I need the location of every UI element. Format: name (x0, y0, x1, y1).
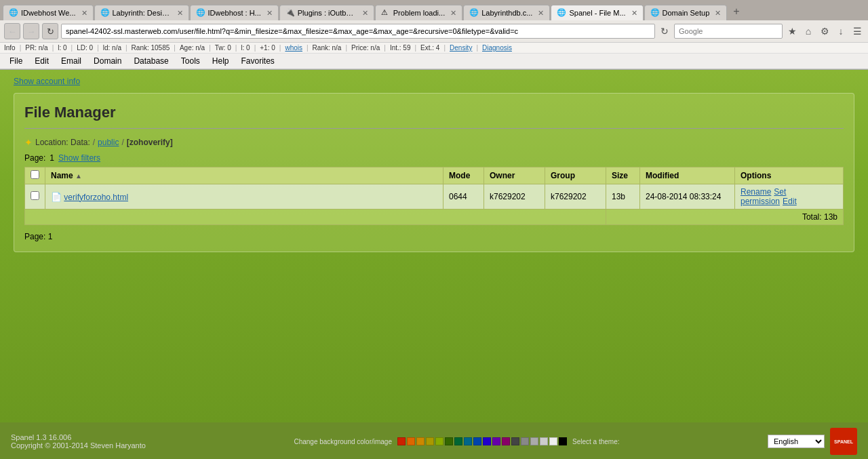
menu-edit[interactable]: Edit (29, 55, 54, 67)
color-swatch[interactable] (492, 437, 500, 445)
color-swatches (397, 437, 567, 445)
ext-links2: ld: n/a (103, 44, 121, 52)
option-edit[interactable]: Edit (783, 197, 797, 206)
menu-domain[interactable]: Domain (88, 55, 127, 67)
change-bg-label[interactable]: Change background color/image (294, 438, 392, 445)
color-swatch[interactable] (540, 437, 548, 445)
color-swatch[interactable] (464, 437, 472, 445)
ext-age: Age: n/a (180, 44, 205, 52)
breadcrumb-public-link[interactable]: public (98, 138, 119, 147)
menu-database[interactable]: Database (128, 55, 174, 67)
page-bottom: Page: 1 (24, 232, 844, 241)
menu-favorites[interactable]: Favorites (235, 55, 279, 67)
tab-close-1[interactable]: ✕ (81, 9, 87, 18)
row-options: RenameSet permissionEdit (735, 184, 844, 209)
option-rename[interactable]: Rename (741, 187, 771, 197)
refresh-button[interactable]: ↻ (42, 23, 58, 39)
row-owner: k7629202 (484, 184, 545, 209)
tab-label-4: Plugins : iOutboun... (298, 9, 357, 17)
forward-button[interactable]: → (23, 23, 39, 39)
new-tab-button[interactable]: + (728, 3, 745, 20)
tab-close-6[interactable]: ✕ (538, 9, 544, 18)
address-bar[interactable] (61, 24, 655, 39)
color-swatch[interactable] (511, 437, 519, 445)
ext-whois[interactable]: whois (285, 44, 302, 52)
color-swatch[interactable] (521, 437, 529, 445)
tab-close-7[interactable]: ✕ (631, 9, 637, 18)
menu-file[interactable]: File (4, 55, 28, 67)
color-swatch[interactable] (426, 437, 434, 445)
language-select[interactable]: English Indonesian (768, 435, 825, 448)
color-swatch[interactable] (502, 437, 510, 445)
ext-tw: Tw: 0 (215, 44, 231, 52)
menu-tools[interactable]: Tools (176, 55, 205, 67)
th-owner: Owner (484, 167, 545, 184)
tab-favicon-5: ⚠ (381, 8, 391, 18)
color-swatch[interactable] (397, 437, 406, 445)
breadcrumb-current: [zohoverify] (127, 138, 173, 147)
nav-bar: ← → ↻ ↻ ★ ⌂ ⚙ ↓ ☰ (0, 20, 868, 43)
tab-idwebhost-we[interactable]: 🌐 IDwebhost We... ✕ (3, 5, 94, 20)
search-input[interactable] (674, 24, 783, 39)
menu-help[interactable]: Help (207, 55, 235, 67)
tab-close-8[interactable]: ✕ (715, 9, 721, 18)
ext-diagnosis[interactable]: Diagnosis (482, 44, 512, 52)
tab-close-4[interactable]: ✕ (362, 9, 368, 18)
menu-icon[interactable]: ☰ (850, 24, 864, 38)
tab-labyrinth[interactable]: 🌐 Labyrinth: Design a... ✕ (94, 5, 189, 20)
tab-label-6: Labyrinthdb.c... (481, 9, 532, 17)
select-all-checkbox[interactable] (31, 170, 39, 179)
file-name-link[interactable]: verifyforzoho.html (64, 193, 128, 202)
row-name-cell: 📄 verifyforzoho.html (45, 184, 443, 209)
tab-idwebhost-h[interactable]: 🌐 IDwebhost : H... ✕ (190, 5, 279, 20)
color-swatch[interactable] (549, 437, 557, 445)
reload-icon[interactable]: ↻ (658, 24, 671, 38)
row-group: k7629202 (545, 184, 606, 209)
tab-label-2: Labyrinth: Design a... (113, 9, 172, 17)
total-value: 13b (824, 212, 837, 222)
color-swatch[interactable] (407, 437, 415, 445)
tab-domain-setup[interactable]: 🌐 Domain Setup ✕ (644, 5, 728, 20)
download-icon[interactable]: ↓ (834, 24, 848, 38)
tab-close-5[interactable]: ✕ (450, 9, 456, 18)
tab-spanel-file[interactable]: 🌐 Spanel - File M... ✕ (551, 5, 643, 20)
total-label: Total: (802, 212, 822, 222)
select-theme-label[interactable]: Select a theme: (572, 438, 619, 445)
back-button[interactable]: ← (4, 23, 20, 39)
color-swatch[interactable] (483, 437, 491, 445)
color-swatch[interactable] (559, 437, 567, 445)
row-checkbox[interactable] (31, 191, 39, 200)
tab-favicon-4: 🔌 (285, 8, 295, 18)
bookmark-icon[interactable]: ★ (785, 24, 799, 38)
breadcrumb-location-label: Location: Data: (35, 138, 90, 147)
color-swatch[interactable] (445, 437, 453, 445)
menu-email[interactable]: Email (56, 55, 87, 67)
show-filters-link[interactable]: Show filters (58, 153, 100, 163)
tab-close-3[interactable]: ✕ (267, 9, 273, 18)
color-swatch[interactable] (454, 437, 462, 445)
table-total-row: Total: 13b (25, 209, 844, 225)
color-swatch[interactable] (473, 437, 481, 445)
tab-label-8: Domain Setup (663, 9, 710, 17)
ext-ld: LD: 0 (77, 44, 93, 52)
ext-links1: l: 0 (58, 44, 66, 52)
tab-label-5: Problem loadi... (393, 9, 445, 17)
th-name[interactable]: Name ▲ (45, 167, 443, 184)
ext-info[interactable]: Info (4, 44, 16, 52)
color-swatch[interactable] (435, 437, 443, 445)
tab-favicon-6: 🌐 (469, 8, 479, 18)
home-icon[interactable]: ⌂ (802, 24, 815, 38)
page-number: 1 (50, 153, 54, 163)
ext-density[interactable]: Density (450, 44, 472, 52)
ext-fb: l: 0 (241, 44, 250, 52)
color-swatch[interactable] (416, 437, 425, 445)
color-swatch[interactable] (530, 437, 538, 445)
ext-ext: Ext.: 4 (420, 44, 439, 52)
row-modified: 24-08-2014 08:33:24 (640, 184, 735, 209)
tab-labyrinthdb[interactable]: 🌐 Labyrinthdb.c... ✕ (463, 5, 550, 20)
show-account-info-link[interactable]: Show account info (14, 77, 854, 86)
tab-plugins[interactable]: 🔌 Plugins : iOutboun... ✕ (279, 5, 374, 20)
tab-problem[interactable]: ⚠ Problem loadi... ✕ (375, 5, 462, 20)
tab-close-2[interactable]: ✕ (177, 9, 183, 18)
settings-icon[interactable]: ⚙ (818, 24, 831, 38)
